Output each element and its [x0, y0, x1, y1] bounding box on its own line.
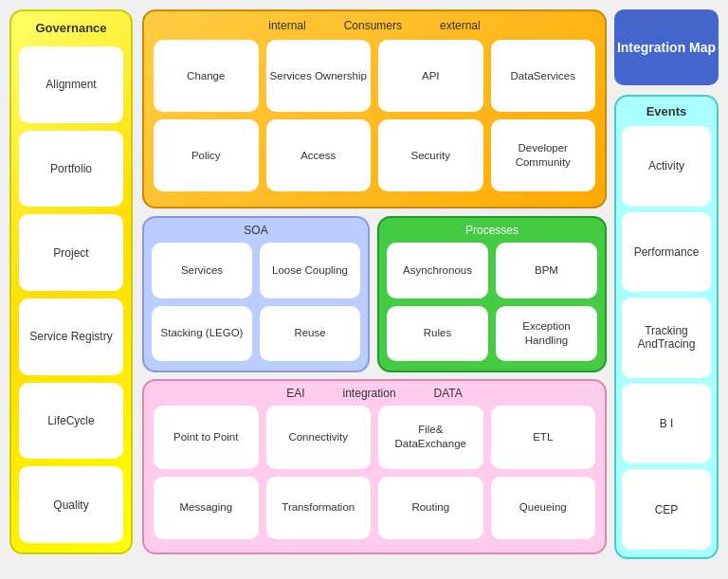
soa-panel: SOA Services Loose Coupling Stacking (LE…	[142, 216, 370, 372]
soa-grid: Services Loose Coupling Stacking (LEGO) …	[152, 243, 360, 361]
eai-connectivity[interactable]: Connectivity	[266, 406, 372, 469]
eai-label: EAI	[286, 387, 304, 400]
eai-file-dataexchange[interactable]: File& DataExchange	[378, 406, 483, 469]
eai-grid: Point to Point Connectivity File& DataEx…	[154, 406, 595, 539]
consumer-change[interactable]: Change	[154, 40, 259, 112]
consumers-internal: internal	[268, 19, 305, 32]
event-cep[interactable]: CEP	[622, 469, 711, 550]
eai-point-to-point[interactable]: Point to Point	[154, 406, 259, 469]
integration-map-box[interactable]: Integration Map	[614, 9, 719, 85]
eai-title: EAI integration DATA	[154, 387, 595, 400]
gov-item-quality[interactable]: Quality	[19, 466, 123, 543]
consumers-panel: internal Consumers external Change Servi…	[142, 9, 607, 208]
consumers-grid: Change Services Ownership API DataServic…	[154, 40, 595, 191]
main-container: Governance Alignment Portfolio Project S…	[0, 0, 728, 579]
events-title: Events	[646, 104, 687, 118]
integration-map-label: Integration Map	[617, 39, 716, 56]
gov-item-portfolio[interactable]: Portfolio	[19, 131, 123, 208]
process-asynchronous[interactable]: Asynchronous	[387, 243, 488, 299]
eai-messaging[interactable]: Messaging	[154, 477, 259, 540]
eai-queueing[interactable]: Queueing	[491, 477, 596, 540]
eai-transformation[interactable]: Transformation	[266, 477, 372, 540]
event-tracking[interactable]: Tracking AndTracing	[622, 298, 711, 378]
soa-services[interactable]: Services	[152, 243, 252, 299]
consumer-dataservices[interactable]: DataServices	[491, 40, 596, 112]
consumer-developer-community[interactable]: Developer Community	[491, 119, 596, 191]
eai-routing[interactable]: Routing	[378, 477, 483, 540]
eai-data-label: DATA	[434, 387, 463, 400]
event-activity[interactable]: Activity	[622, 126, 711, 207]
consumer-services-ownership[interactable]: Services Ownership	[266, 40, 372, 112]
soa-reuse[interactable]: Reuse	[260, 306, 360, 362]
governance-panel: Governance Alignment Portfolio Project S…	[9, 9, 133, 554]
consumer-security[interactable]: Security	[378, 119, 483, 191]
events-panel: Events Activity Performance Tracking And…	[614, 95, 719, 559]
consumers-external: external	[440, 19, 481, 32]
eai-etl[interactable]: ETL	[491, 406, 596, 469]
processes-panel: Processes Asynchronous BPM Rules Excepti…	[377, 216, 607, 372]
consumer-api[interactable]: API	[378, 40, 483, 112]
event-bi[interactable]: B I	[622, 384, 711, 464]
eai-integration-label: integration	[343, 387, 396, 400]
processes-title: Processes	[387, 224, 597, 237]
gov-item-project[interactable]: Project	[19, 214, 123, 291]
consumers-main: Consumers	[344, 19, 402, 32]
gov-item-lifecycle[interactable]: LifeCycle	[19, 383, 123, 460]
process-exception-handling[interactable]: Exception Handling	[496, 306, 597, 362]
event-performance[interactable]: Performance	[622, 212, 711, 293]
gov-item-service-registry[interactable]: Service Registry	[19, 299, 123, 375]
eai-panel: EAI integration DATA Point to Point Conn…	[142, 379, 607, 554]
soa-title: SOA	[152, 224, 360, 237]
consumer-access[interactable]: Access	[266, 119, 372, 191]
consumer-policy[interactable]: Policy	[154, 119, 259, 191]
soa-loose-coupling[interactable]: Loose Coupling	[260, 243, 360, 299]
process-bpm[interactable]: BPM	[496, 243, 597, 299]
processes-grid: Asynchronous BPM Rules Exception Handlin…	[387, 243, 597, 361]
process-rules[interactable]: Rules	[387, 306, 488, 362]
soa-stacking[interactable]: Stacking (LEGO)	[152, 306, 252, 362]
governance-title: Governance	[35, 21, 106, 35]
consumers-title: internal Consumers external	[154, 19, 595, 32]
gov-item-alignment[interactable]: Alignment	[19, 46, 123, 123]
